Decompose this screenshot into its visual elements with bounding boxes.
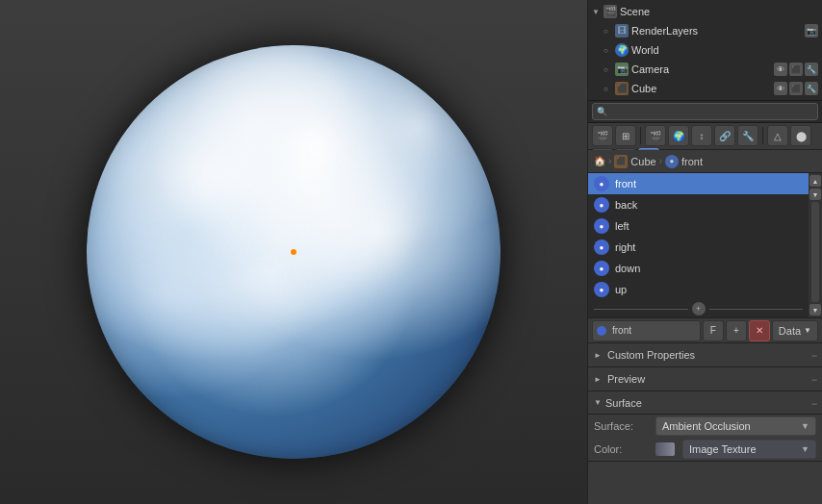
tree-label-renderlayers: RenderLayers: [631, 25, 805, 37]
tree-item-cube[interactable]: ○ ⬛ Cube 👁 ⬛ 🔧: [588, 79, 822, 98]
home-icon: 🏠: [594, 156, 605, 166]
list-name-display[interactable]: front: [592, 320, 701, 341]
tree-label-cube: Cube: [631, 83, 774, 94]
cube-vis-btn[interactable]: 👁: [774, 82, 787, 95]
list-add-row: +: [588, 300, 809, 317]
camera-actions: 👁 ⬛ 🔧: [774, 63, 818, 76]
list-plus-btn[interactable]: +: [726, 320, 747, 341]
tree-expand-world[interactable]: ○: [604, 46, 613, 55]
back-icon: ●: [594, 197, 609, 213]
custom-properties-header[interactable]: ► Custom Properties ···: [588, 343, 822, 366]
list-f-btn[interactable]: F: [703, 320, 724, 341]
cube-icon: ⬛: [615, 82, 629, 95]
surface-prop-row: Surface: Ambient Occlusion ▼: [588, 415, 822, 438]
list-item-right[interactable]: ● right: [588, 237, 809, 258]
tree-item-renderlayers[interactable]: ○ 🎞 RenderLayers 📷: [588, 21, 822, 40]
list-item-back[interactable]: ● back: [588, 194, 809, 215]
cube-actions: 👁 ⬛ 🔧: [774, 82, 818, 95]
camera-icon: 📷: [615, 63, 629, 76]
list-item-right-label: right: [615, 241, 635, 253]
list-add-line-2: [709, 309, 804, 310]
material-prop-btn[interactable]: ⬤: [790, 125, 811, 146]
list-scrollbar: ▲ ▼ ▼: [809, 173, 822, 317]
surface-value-dropdown[interactable]: Ambient Occlusion ▼: [655, 416, 816, 436]
plus-label: +: [733, 325, 739, 336]
breadcrumb-home[interactable]: 🏠: [594, 156, 605, 166]
color-dropdown-arrow: ▼: [801, 444, 809, 454]
renderlayers-actions: 📷: [805, 24, 818, 38]
list-item-front-selected[interactable]: ● front: [588, 173, 809, 194]
color-value-dropdown[interactable]: Image Texture ▼: [682, 440, 816, 459]
color-label: Color:: [594, 443, 652, 455]
constraint-prop-btn[interactable]: 🔗: [714, 125, 735, 146]
world-icon: 🌍: [615, 43, 629, 57]
tree-expand-cube[interactable]: ○: [604, 85, 613, 93]
renderlayers-icon: 🎞: [615, 24, 629, 38]
surface-arrow: ▼: [594, 398, 602, 407]
surface-value-text: Ambient Occlusion: [662, 420, 751, 432]
render-prop-btn[interactable]: 🎬: [592, 125, 613, 146]
tree-expand-scene[interactable]: ▼: [592, 8, 602, 16]
surface-section: ▼ Surface ··· Surface: Ambient Occlusion…: [588, 391, 822, 462]
down-icon: ●: [594, 261, 609, 276]
tree-item-world[interactable]: ○ 🌍 World: [588, 40, 822, 60]
data-label: Data: [779, 325, 801, 337]
3d-viewport[interactable]: [0, 0, 587, 504]
tree-expand-camera[interactable]: ○: [604, 65, 613, 74]
scene-prop-btn[interactable]: 🎬: [645, 125, 666, 146]
camera-sel-btn[interactable]: ⬛: [789, 63, 803, 76]
tree-item-scene[interactable]: ▼ 🎬 Scene: [588, 2, 822, 21]
properties-toolbar: 🎬 ⊞ 🎬 🌍 ↕ 🔗 🔧 △ ⬤ 🖼 ✦ ⊕: [588, 123, 822, 150]
x-label: ✕: [756, 325, 763, 336]
list-data-dropdown[interactable]: Data ▼: [772, 320, 818, 341]
cube-breadcrumb-icon: ⬛: [614, 155, 628, 168]
list-item-down-label: down: [615, 263, 640, 274]
list-remove-btn[interactable]: ✕: [749, 320, 770, 341]
list-item-down[interactable]: ● down: [588, 258, 809, 279]
surface-label-heading: Surface: [605, 397, 807, 409]
preview-section: ► Preview ···: [588, 367, 822, 391]
color-row: Color: Image Texture ▼: [588, 438, 822, 461]
tree-expand-renderlayers[interactable]: ○: [604, 27, 613, 36]
list-add-btn[interactable]: +: [692, 302, 706, 315]
breadcrumb-sep-1: ›: [608, 156, 611, 166]
cube-lock-btn[interactable]: 🔧: [805, 82, 818, 95]
breadcrumb-cube[interactable]: ⬛ Cube: [614, 155, 655, 168]
right-panel: ▼ 🎬 Scene ○ 🎞 RenderLayers 📷 ○ 🌍 World ○…: [587, 0, 822, 504]
data-prop-btn[interactable]: △: [767, 125, 788, 146]
object-prop-btn[interactable]: ↕: [691, 125, 712, 146]
origin-dot: [291, 249, 296, 255]
surface-header[interactable]: ▼ Surface ···: [588, 391, 822, 415]
list-item-up[interactable]: ● up: [588, 279, 809, 300]
world-prop-btn[interactable]: 🌍: [668, 125, 689, 146]
list-name-label: front: [612, 325, 631, 336]
list-item-back-label: back: [615, 199, 637, 211]
scroll-up-btn[interactable]: ▲: [809, 175, 821, 187]
scroll-end-btn[interactable]: ▼: [809, 304, 821, 315]
tree-item-camera[interactable]: ○ 📷 Camera 👁 ⬛ 🔧: [588, 60, 822, 79]
layers-prop-btn[interactable]: ⊞: [615, 125, 636, 146]
preview-arrow: ►: [594, 375, 604, 384]
breadcrumb-cube-label: Cube: [630, 156, 655, 167]
surface-dropdown-arrow: ▼: [801, 421, 809, 431]
scroll-down-btn[interactable]: ▼: [809, 189, 821, 200]
tree-label-world: World: [631, 44, 818, 56]
cube-sel-btn[interactable]: ⬛: [789, 82, 803, 95]
preview-header[interactable]: ► Preview ···: [588, 367, 822, 391]
camera-lock-btn[interactable]: 🔧: [805, 63, 818, 76]
renderlayers-img-btn[interactable]: 📷: [805, 24, 818, 38]
camera-vis-btn[interactable]: 👁: [774, 63, 787, 76]
color-swatch: [655, 442, 675, 456]
breadcrumb-front[interactable]: ● front: [665, 155, 703, 168]
list-item-left-label: left: [615, 220, 629, 232]
custom-properties-arrow: ►: [594, 351, 604, 360]
list-toolbar: front F + ✕ Data ▼: [588, 318, 822, 343]
custom-properties-section: ► Custom Properties ···: [588, 343, 822, 367]
sphere-preview: [87, 45, 501, 459]
toolbar-sep-1: [640, 127, 641, 144]
list-item-left[interactable]: ● left: [588, 215, 809, 237]
surface-prop-label: Surface:: [594, 420, 652, 432]
list-add-line: [594, 309, 688, 310]
modifier-prop-btn[interactable]: 🔧: [737, 125, 758, 146]
data-dropdown-arrow: ▼: [804, 326, 811, 335]
